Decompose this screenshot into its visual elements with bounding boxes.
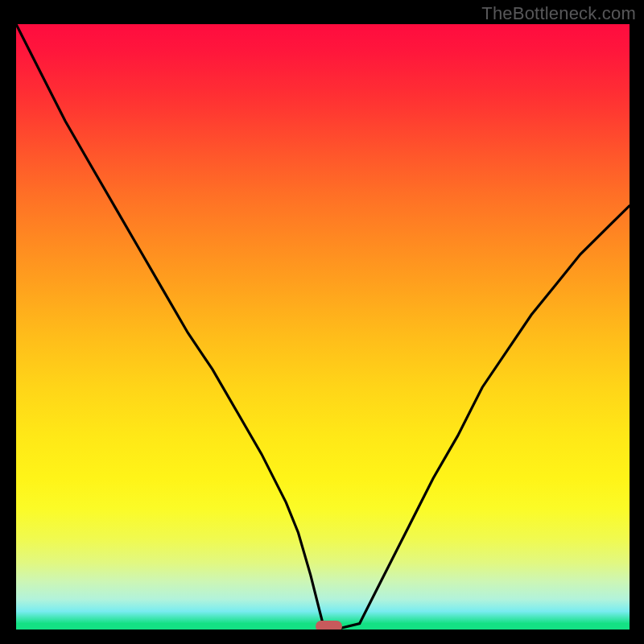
frame-border-left <box>0 0 16 644</box>
bottleneck-curve <box>16 24 630 630</box>
frame-border-right <box>630 0 644 644</box>
plot-area <box>16 24 630 630</box>
chart-frame: TheBottleneck.com <box>0 0 644 644</box>
bottleneck-marker <box>316 621 343 630</box>
watermark-text: TheBottleneck.com <box>481 3 636 24</box>
frame-border-bottom <box>0 630 644 644</box>
